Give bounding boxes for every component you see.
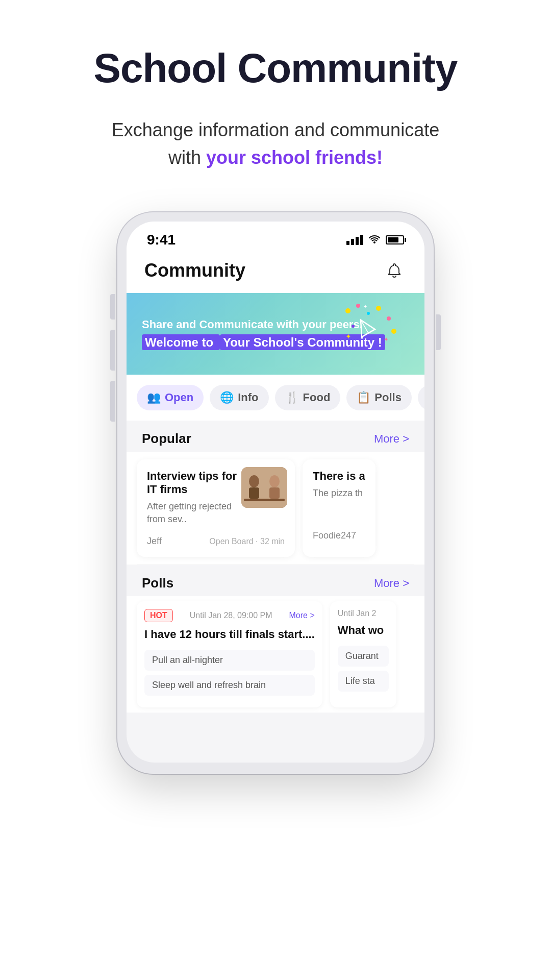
card-img-people <box>241 467 287 508</box>
poll-question-1: I have 12 hours till finals start.... <box>144 627 315 642</box>
svg-text:✦: ✦ <box>345 332 352 340</box>
subtitle-main: Exchange information and communicate <box>112 119 439 140</box>
polls-title: Polls <box>142 575 173 591</box>
poll-option-1-b[interactable]: Sleep well and refresh brain <box>144 675 315 696</box>
popular-title: Popular <box>142 431 191 447</box>
svg-point-3 <box>345 308 350 313</box>
tab-open-label: Open <box>165 391 193 404</box>
poll-option-2-b[interactable]: Life sta <box>338 671 389 692</box>
popular-card-2-title: There is a <box>313 470 365 483</box>
signal-bar-1 <box>346 241 349 245</box>
signal-icon <box>346 235 363 245</box>
side-button-left-1 <box>110 294 115 320</box>
status-time: 9:41 <box>147 232 176 248</box>
svg-point-5 <box>367 312 370 315</box>
svg-point-7 <box>387 316 391 321</box>
popular-card-1-image <box>241 467 287 508</box>
polls-cards: HOT Until Jan 28, 09:00 PM More > I have… <box>127 596 424 713</box>
svg-rect-13 <box>241 467 287 508</box>
page-subtitle: Exchange information and communicate wit… <box>112 116 439 172</box>
polls-section-header: Polls More > <box>127 565 424 596</box>
bell-button[interactable] <box>382 258 407 283</box>
page-title: School Community <box>94 46 458 91</box>
signal-bar-2 <box>351 239 354 245</box>
svg-rect-17 <box>269 487 280 499</box>
tab-food-icon: 🍴 <box>285 391 299 404</box>
tab-info[interactable]: 🌐 Info <box>210 385 268 410</box>
tab-food[interactable]: 🍴 Food <box>275 385 341 410</box>
popular-cards: Interview tips for IT firms After gettin… <box>127 452 424 565</box>
popular-card-2: There is a The pizza th Foodie247 <box>303 459 375 557</box>
status-bar: 9:41 <box>127 222 424 253</box>
tab-info-label: Info <box>238 391 258 404</box>
poll-option-2-a[interactable]: Guarant <box>338 646 389 667</box>
svg-text:✦: ✦ <box>363 304 367 309</box>
popular-card-1-title: Interview tips for IT firms <box>147 470 249 496</box>
svg-line-2 <box>362 329 375 337</box>
tab-polls[interactable]: 📋 Polls <box>346 385 412 410</box>
svg-point-8 <box>352 325 355 328</box>
status-icons <box>346 233 404 247</box>
svg-point-9 <box>391 329 396 334</box>
phone-frame: 9:41 <box>117 212 434 774</box>
polls-more-link[interactable]: More > <box>374 577 409 590</box>
svg-rect-15 <box>249 487 259 499</box>
tab-info-icon: 🌐 <box>220 391 234 404</box>
poll-question-2: What wo <box>338 623 389 638</box>
svg-text:✦: ✦ <box>384 336 389 343</box>
popular-card-1-desc: After getting rejected from sev.. <box>147 500 249 526</box>
app-header-title: Community <box>144 260 245 281</box>
poll-more-1[interactable]: More > <box>289 611 315 620</box>
signal-bar-3 <box>356 237 359 245</box>
phone-mockup: 9:41 <box>117 212 434 774</box>
banner-decorations: ✦ ✦ ✦ <box>333 293 414 375</box>
phone-screen: 9:41 <box>127 222 424 763</box>
popular-card-2-footer: Foodie247 <box>313 530 365 541</box>
poll-card-1-header: HOT Until Jan 28, 09:00 PM More > <box>144 609 315 622</box>
tab-polls-label: Polls <box>374 391 402 404</box>
popular-card-2-author: Foodie247 <box>313 530 356 541</box>
signal-bar-4 <box>360 235 363 245</box>
app-header: Community <box>127 253 424 293</box>
battery-icon <box>386 235 404 244</box>
poll-deadline-2: Until Jan 2 <box>338 609 377 618</box>
poll-card-2: Until Jan 2 What wo Guarant Life sta <box>330 601 396 707</box>
svg-rect-18 <box>244 499 285 501</box>
popular-section-header: Popular More > <box>127 421 424 452</box>
banner-text2-main: Welcome to <box>142 334 220 350</box>
poll-card-1: HOT Until Jan 28, 09:00 PM More > I have… <box>137 601 322 707</box>
tab-open[interactable]: 👥 Open <box>137 385 204 410</box>
poll-option-1-a[interactable]: Pull an all-nighter <box>144 650 315 671</box>
popular-card-2-desc: The pizza th <box>313 487 365 500</box>
battery-fill <box>388 237 398 242</box>
popular-more-link[interactable]: More > <box>374 432 409 446</box>
subtitle-highlight: your school friends! <box>206 147 383 168</box>
tab-promo[interactable]: 📢 Promoti <box>418 385 424 410</box>
popular-card-1-meta: Open Board · 32 min <box>209 537 285 546</box>
wifi-icon <box>368 233 381 247</box>
poll-deadline-1: Until Jan 28, 09:00 PM <box>190 611 272 620</box>
community-banner: Share and Communicate with your peers. W… <box>127 293 424 375</box>
tab-polls-icon: 📋 <box>357 391 370 404</box>
side-button-left-3 <box>110 381 115 422</box>
tab-open-icon: 👥 <box>147 391 161 404</box>
popular-card-1: Interview tips for IT firms After gettin… <box>137 459 295 557</box>
svg-point-6 <box>376 306 381 311</box>
side-button-left-2 <box>110 330 115 371</box>
popular-card-1-author: Jeff <box>147 536 162 547</box>
popular-card-1-footer: Jeff Open Board · 32 min <box>147 536 285 547</box>
svg-point-14 <box>249 475 259 487</box>
svg-point-4 <box>356 304 360 308</box>
poll-card-2-header: Until Jan 2 <box>338 609 389 618</box>
svg-point-16 <box>269 475 280 487</box>
subtitle-part2: with <box>168 147 206 168</box>
hot-badge: HOT <box>144 609 173 622</box>
category-tabs: 👥 Open 🌐 Info 🍴 Food 📋 Polls 📢 Pr <box>127 375 424 421</box>
tab-food-label: Food <box>303 391 331 404</box>
side-button-right <box>436 314 441 350</box>
